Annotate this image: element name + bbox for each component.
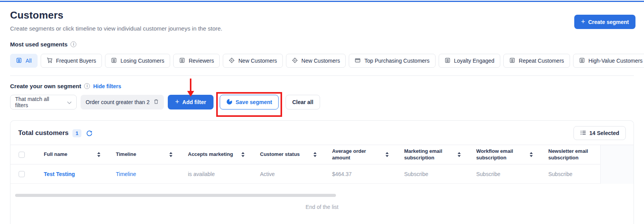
save-segment-button[interactable]: Save segment: [220, 95, 279, 109]
segment-chip-new-customers-2[interactable]: New Customers: [286, 54, 346, 68]
sort-icon[interactable]: [386, 152, 389, 157]
table-body: Full name Timeline Accepts marketing Cus…: [10, 145, 634, 184]
segment-chip-losing-customers[interactable]: Losing Customers: [105, 54, 170, 68]
sort-icon[interactable]: [313, 152, 317, 157]
cell-timeline-link[interactable]: Timeline: [105, 171, 177, 177]
table-header-row: Full name Timeline Accepts marketing Cus…: [10, 145, 634, 164]
table-row: Test Testing Timeline is available Activ…: [10, 164, 634, 184]
end-of-list-label: End of the list: [10, 204, 634, 210]
chip-label: Losing Customers: [121, 58, 164, 64]
list-icon: [509, 57, 515, 65]
selected-rows-button[interactable]: 14 Selected: [573, 126, 626, 140]
page-subtitle: Create segments or click timeline to vie…: [10, 25, 634, 32]
pie-chart-icon: [226, 99, 232, 106]
cell-marketing-email: Subscribe: [393, 171, 465, 177]
target-icon: [229, 57, 235, 65]
select-all-checkbox[interactable]: [19, 152, 25, 158]
sort-icon[interactable]: [458, 152, 461, 157]
column-header: Workflow email subscription: [476, 148, 527, 161]
list-icon: [16, 57, 22, 65]
segment-chips-row: All Frequent Buyers Losing Customers Rev…: [10, 54, 634, 68]
section-divider: [10, 75, 634, 76]
selected-rows-label: 14 Selected: [589, 130, 619, 136]
target-icon: [292, 57, 298, 65]
cell-average-order-amount: $464.37: [321, 171, 393, 177]
list-icon: [444, 57, 451, 65]
column-header: Marketing email subscription: [404, 148, 455, 161]
chip-label: Top Purchasing Customers: [364, 58, 429, 64]
chip-label: All: [26, 58, 32, 64]
horizontal-scrollbar[interactable]: [15, 194, 336, 197]
list-settings-icon: [580, 130, 586, 137]
save-segment-label: Save segment: [236, 99, 272, 105]
segment-chip-new-customers-1[interactable]: New Customers: [223, 54, 283, 68]
add-filter-label: Add filter: [183, 99, 206, 105]
create-segment-label: Create segment: [588, 19, 629, 25]
chip-label: Repeat Customers: [519, 58, 564, 64]
list-icon: [579, 57, 585, 65]
list-icon: [111, 57, 117, 65]
sort-icon[interactable]: [530, 152, 533, 157]
cell-full-name[interactable]: Test Testing: [33, 171, 105, 177]
customers-page: Customers Create segments or click timel…: [0, 0, 644, 224]
active-filter-chip[interactable]: Order count greater than 2: [81, 95, 164, 109]
clear-all-button[interactable]: Clear all: [286, 95, 320, 109]
column-header: Accepts marketing: [188, 151, 233, 157]
annotation-arrow-line: [190, 79, 191, 91]
chip-label: New Customers: [238, 58, 277, 64]
list-icon: [179, 57, 185, 65]
annotation-arrow-head: [187, 91, 194, 97]
create-segment-button[interactable]: + Create segment: [574, 15, 635, 29]
page-title: Customers: [10, 9, 634, 21]
info-icon[interactable]: i: [84, 83, 90, 89]
column-header: Full name: [44, 151, 67, 157]
refresh-icon[interactable]: [86, 130, 93, 137]
chevron-down-icon: [67, 99, 72, 105]
filter-controls-row: That match all filters Order count great…: [10, 95, 634, 109]
segment-chip-high-value-customers[interactable]: High-Value Customers: [573, 54, 644, 68]
cell-workflow-email: Subscribe: [465, 171, 537, 177]
match-mode-value: That match all filters: [15, 96, 62, 108]
card-icon: [355, 57, 361, 65]
cell-accepts-marketing: is available: [177, 171, 249, 177]
segment-chip-reviewers[interactable]: Reviewers: [173, 54, 220, 68]
segment-chip-top-purchasing-customers[interactable]: Top Purchasing Customers: [349, 54, 435, 68]
trash-icon[interactable]: [153, 99, 159, 106]
sort-icon[interactable]: [97, 152, 100, 157]
active-filter-label: Order count greater than 2: [86, 99, 150, 105]
sort-icon[interactable]: [169, 152, 172, 157]
chip-label: New Customers: [301, 58, 340, 64]
segment-chip-loyalty-engaged[interactable]: Loyalty Engaged: [439, 54, 500, 68]
add-filter-button[interactable]: + Add filter: [168, 95, 214, 109]
column-header: Timeline: [116, 151, 136, 157]
cell-customer-status: Active: [249, 171, 321, 177]
plus-icon: +: [581, 18, 585, 25]
segment-chip-all[interactable]: All: [10, 54, 38, 68]
most-used-segments-heading: Most used segments: [10, 41, 67, 48]
match-mode-select[interactable]: That match all filters: [10, 95, 77, 109]
table-title: Total customers: [18, 129, 69, 137]
column-header: Average order amount: [332, 148, 383, 161]
create-own-segment-heading: Create your own segment: [10, 83, 81, 89]
row-checkbox[interactable]: [19, 171, 25, 177]
sort-icon[interactable]: [241, 152, 245, 157]
column-header: Newsletter email subscription: [548, 148, 605, 161]
clear-all-label: Clear all: [292, 99, 313, 105]
customer-count-badge: 1: [72, 129, 81, 137]
pinned-column-strip: [600, 145, 634, 184]
chip-label: Loyalty Engaged: [454, 58, 494, 64]
info-icon[interactable]: i: [71, 41, 76, 47]
chip-label: Frequent Buyers: [56, 58, 96, 64]
segment-chip-repeat-customers[interactable]: Repeat Customers: [503, 54, 570, 68]
cart-icon: [46, 57, 53, 65]
cell-newsletter-email: Subscribe: [537, 171, 610, 177]
chip-label: Reviewers: [189, 58, 214, 64]
plus-icon: +: [175, 98, 179, 105]
customers-table-card: Total customers 1 14 Selected Full name …: [10, 120, 634, 224]
column-header: Customer status: [260, 151, 300, 157]
segment-chip-frequent-buyers[interactable]: Frequent Buyers: [41, 54, 102, 68]
hide-filters-link[interactable]: Hide filters: [93, 83, 121, 89]
chip-label: High-Value Customers: [589, 58, 643, 64]
